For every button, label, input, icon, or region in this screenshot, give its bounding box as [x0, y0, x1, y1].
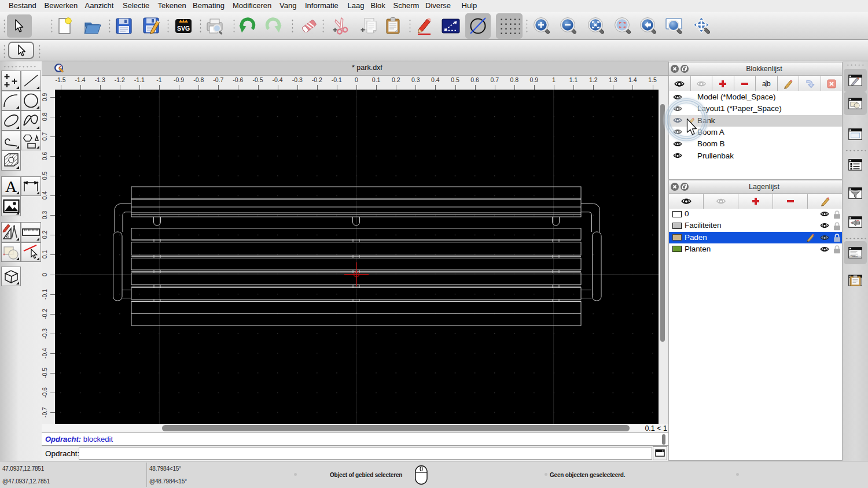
svg-text:SVG: SVG [177, 25, 190, 32]
svg-text:a: a [762, 80, 766, 88]
svg-text:b: b [767, 80, 771, 88]
svg-text:Command: Command [851, 256, 858, 258]
svg-text:A: A [5, 178, 17, 195]
